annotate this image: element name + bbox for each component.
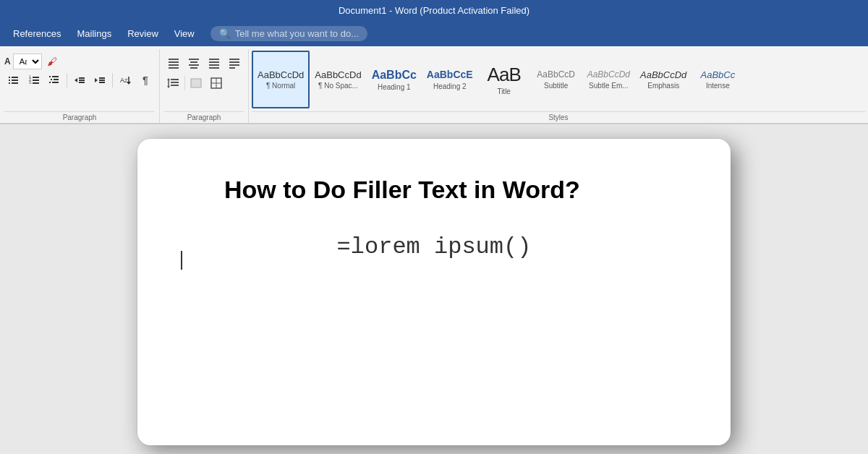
svg-rect-36: [189, 64, 199, 66]
document-area: How to Do Filler Text in Word? =lorem ip…: [0, 124, 868, 454]
svg-rect-32: [169, 64, 179, 66]
svg-text:3.: 3.: [29, 80, 32, 85]
font-size-toggle: A: [4, 56, 11, 67]
svg-rect-5: [12, 82, 18, 84]
svg-rect-17: [52, 82, 59, 83]
svg-rect-24: [99, 80, 105, 81]
document-page[interactable]: How to Do Filler Text in Word? =lorem ip…: [137, 139, 731, 445]
style-heading1[interactable]: AaBbCc Heading 1: [367, 51, 422, 108]
search-box[interactable]: 🔍 Tell me what you want to do...: [210, 26, 367, 41]
show-paragraph-btn[interactable]: ¶: [136, 71, 155, 90]
document-heading: How to Do Filler Text in Word?: [224, 175, 673, 205]
ribbon: A Aa 🖌 1.2.3.: [0, 46, 868, 124]
font-name-select[interactable]: Aa: [13, 53, 42, 69]
paragraph-label2: Paragraph: [164, 111, 244, 123]
svg-rect-40: [209, 64, 219, 66]
svg-rect-30: [169, 59, 179, 60]
search-placeholder: Tell me what you want to do...: [235, 28, 359, 39]
svg-marker-22: [95, 78, 98, 82]
style-intense-name: Intense: [706, 82, 730, 90]
style-subtitle[interactable]: AaBbCcD Subtitle: [530, 51, 582, 108]
style-normal[interactable]: AaBbCcDd ¶ Normal: [252, 51, 310, 108]
styles-label: Styles: [252, 111, 865, 123]
svg-rect-1: [12, 77, 18, 78]
decrease-indent-btn[interactable]: [70, 71, 89, 90]
svg-rect-2: [9, 80, 10, 81]
svg-rect-11: [33, 82, 39, 84]
svg-rect-15: [54, 79, 59, 80]
style-subtle-em[interactable]: AaBbCcDd Subtle Em...: [582, 51, 635, 108]
svg-rect-50: [171, 82, 179, 83]
style-intense-preview: AaBbCc: [700, 69, 735, 81]
multilevel-list-btn[interactable]: [45, 71, 64, 90]
justify-btn[interactable]: [225, 53, 244, 72]
menu-bar: References Mailings Review View 🔍 Tell m…: [0, 20, 868, 46]
para-extra-group: Paragraph: [160, 49, 249, 123]
svg-marker-29: [127, 82, 131, 85]
font-group: A Aa 🖌 1.2.3.: [0, 49, 160, 123]
svg-rect-42: [229, 59, 239, 60]
style-title-preview: AaB: [488, 64, 521, 86]
styles-gallery: AaBbCcDd ¶ Normal AaBbCcDd ¶ No Spac... …: [252, 51, 865, 110]
title-bar-text: Document1 - Word (Product Activation Fai…: [339, 5, 529, 16]
svg-marker-48: [167, 86, 170, 88]
style-heading2-preview: AaBbCcE: [427, 69, 473, 81]
svg-rect-31: [169, 61, 179, 63]
style-intense[interactable]: AaBbCc Intense: [692, 51, 744, 108]
borders-btn[interactable]: [207, 74, 226, 93]
menu-mailings[interactable]: Mailings: [69, 25, 119, 42]
style-title[interactable]: AaB Title: [478, 51, 530, 108]
shading-btn[interactable]: [187, 74, 205, 93]
svg-rect-3: [12, 80, 18, 81]
title-bar: Document1 - Word (Product Activation Fai…: [0, 0, 868, 20]
menu-references[interactable]: References: [6, 25, 68, 42]
style-heading2[interactable]: AaBbCcE Heading 2: [422, 51, 478, 108]
svg-rect-45: [229, 67, 235, 69]
indent-right-btn[interactable]: [205, 53, 224, 72]
search-icon: 🔍: [219, 28, 231, 39]
svg-rect-25: [99, 82, 105, 83]
svg-rect-23: [99, 77, 105, 79]
style-heading2-name: Heading 2: [433, 82, 467, 90]
style-subtle-em-preview: AaBbCcDd: [587, 69, 630, 80]
increase-indent-btn[interactable]: [90, 71, 109, 90]
svg-rect-34: [189, 59, 199, 60]
svg-rect-4: [9, 82, 10, 84]
svg-rect-52: [191, 79, 201, 87]
style-normal-name: ¶ Normal: [266, 82, 295, 90]
style-normal-preview: AaBbCcDd: [258, 69, 304, 81]
svg-rect-14: [51, 79, 52, 80]
svg-rect-35: [190, 61, 197, 63]
svg-rect-49: [171, 79, 179, 80]
svg-rect-41: [209, 67, 219, 69]
svg-rect-0: [9, 77, 10, 78]
style-subtle-em-name: Subtle Em...: [589, 82, 628, 90]
svg-rect-44: [229, 64, 239, 66]
style-no-spacing-preview: AaBbCcDd: [315, 69, 361, 81]
svg-rect-9: [33, 80, 39, 81]
svg-rect-43: [229, 61, 239, 63]
bullets-btn[interactable]: [4, 71, 23, 90]
style-emphasis-preview: AaBbCcDd: [640, 69, 686, 81]
style-emphasis[interactable]: AaBbCcDd Emphasis: [635, 51, 692, 108]
indent-left-btn[interactable]: [164, 53, 183, 72]
indent-center-btn[interactable]: [184, 53, 203, 72]
svg-rect-39: [209, 61, 219, 63]
numbering-btn[interactable]: 1.2.3.: [25, 71, 43, 90]
line-spacing-btn[interactable]: [164, 74, 183, 93]
style-heading1-preview: AaBbCc: [372, 68, 417, 82]
menu-review[interactable]: Review: [120, 25, 166, 42]
svg-rect-38: [209, 59, 219, 60]
paragraph-label: Paragraph: [4, 111, 155, 123]
clear-format-btn[interactable]: 🖌: [44, 53, 60, 69]
svg-rect-7: [33, 77, 39, 78]
style-no-spacing[interactable]: AaBbCcDd ¶ No Spac...: [310, 51, 366, 108]
style-subtitle-name: Subtitle: [544, 82, 568, 90]
style-subtitle-preview: AaBbCcD: [537, 69, 575, 80]
svg-rect-33: [169, 67, 179, 69]
menu-view[interactable]: View: [167, 25, 202, 42]
svg-rect-37: [190, 67, 197, 69]
sort-btn[interactable]: AZ: [116, 71, 135, 90]
style-title-name: Title: [497, 87, 511, 95]
document-formula[interactable]: =lorem ipsum(): [195, 234, 673, 260]
